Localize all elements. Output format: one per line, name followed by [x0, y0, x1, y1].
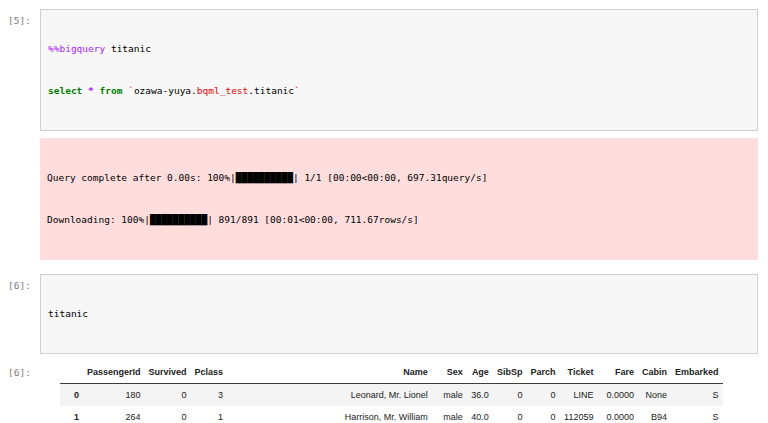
table-cell: 112059	[559, 406, 597, 423]
column-header: PassengerId	[83, 361, 145, 384]
code-cell-1: [5]: %%bigquery titanic select * from `o…	[8, 9, 758, 131]
dataframe-header-row: PassengerIdSurvivedPclassNameSexAgeSibSp…	[60, 361, 723, 384]
table-cell: 3	[191, 384, 228, 407]
column-header: Ticket	[559, 361, 597, 384]
table-row: 018003Leonard, Mr. Lionelmale36.000LINE0…	[60, 384, 723, 407]
table-cell: 0	[493, 406, 527, 423]
column-header: Survived	[145, 361, 191, 384]
code-line: %%bigquery titanic	[48, 42, 750, 56]
column-header: Parch	[526, 361, 559, 384]
table-cell: 0.0000	[597, 384, 638, 407]
table-cell: 36.0	[467, 384, 493, 407]
code-token: from	[100, 85, 123, 96]
cell-1-output: Query complete after 0.00s: 100%|███████…	[8, 138, 758, 260]
column-header: Name	[227, 361, 432, 384]
table-cell: 40.0	[467, 406, 493, 423]
input-prompt-1: [5]:	[8, 9, 40, 27]
column-header: Pclass	[191, 361, 228, 384]
code-token: titanic	[48, 308, 88, 319]
column-header: SibSp	[493, 361, 527, 384]
table-cell: 0	[526, 384, 559, 407]
table-cell: Leonard, Mr. Lionel	[227, 384, 432, 407]
index-corner-cell	[60, 361, 83, 384]
column-header: Sex	[432, 361, 467, 384]
table-cell: S	[671, 384, 723, 407]
code-token: ozawa-yuya.	[134, 85, 197, 96]
table-cell: 1	[191, 406, 228, 423]
dataframe-body: 018003Leonard, Mr. Lionelmale36.000LINE0…	[60, 384, 723, 423]
table-cell: Harrison, Mr. William	[227, 406, 432, 423]
code-editor-1[interactable]: %%bigquery titanic select * from `ozawa-…	[40, 9, 758, 131]
dataframe-table: PassengerIdSurvivedPclassNameSexAgeSibSp…	[60, 361, 723, 423]
input-prompt-2: [6]:	[8, 274, 40, 292]
code-line: titanic	[48, 307, 750, 321]
table-cell: LINE	[559, 384, 597, 407]
progress-line-query: Query complete after 0.00s: 100%|███████…	[47, 171, 751, 185]
table-row: 126401Harrison, Mr. Williammale40.000112…	[60, 406, 723, 423]
code-token: select	[48, 85, 82, 96]
code-cell-2: [6]: titanic	[8, 274, 758, 354]
table-cell: male	[432, 406, 467, 423]
code-token: .titanic	[248, 85, 294, 96]
table-cell: 0	[526, 406, 559, 423]
cell-2-output: [6]: PassengerIdSurvivedPclassNameSexAge…	[8, 361, 758, 423]
table-cell: 0	[145, 384, 191, 407]
output-prompt-2: [6]:	[8, 361, 40, 379]
column-header: Age	[467, 361, 493, 384]
output-prompt-spacer	[8, 138, 40, 143]
code-token: titanic	[105, 43, 151, 54]
table-cell: 180	[83, 384, 145, 407]
table-cell: None	[638, 384, 671, 407]
code-token: bqml_test	[197, 85, 248, 96]
progress-line-download: Downloading: 100%|██████████| 891/891 [0…	[47, 213, 751, 227]
row-index: 0	[60, 384, 83, 407]
table-cell: 0.0000	[597, 406, 638, 423]
code-token: `	[294, 85, 300, 96]
code-editor-2[interactable]: titanic	[40, 274, 758, 354]
code-token: %%bigquery	[48, 43, 105, 54]
table-cell: S	[671, 406, 723, 423]
table-cell: 0	[145, 406, 191, 423]
table-cell: 0	[493, 384, 527, 407]
code-line: select * from `ozawa-yuya.bqml_test.tita…	[48, 84, 750, 98]
column-header: Fare	[597, 361, 638, 384]
column-header: Cabin	[638, 361, 671, 384]
table-cell: male	[432, 384, 467, 407]
table-cell: B94	[638, 406, 671, 423]
stderr-output: Query complete after 0.00s: 100%|███████…	[40, 138, 758, 260]
notebook: [5]: %%bigquery titanic select * from `o…	[0, 0, 768, 423]
table-cell: 264	[83, 406, 145, 423]
dataframe-output: PassengerIdSurvivedPclassNameSexAgeSibSp…	[40, 361, 758, 423]
row-index: 1	[60, 406, 83, 423]
column-header: Embarked	[671, 361, 723, 384]
